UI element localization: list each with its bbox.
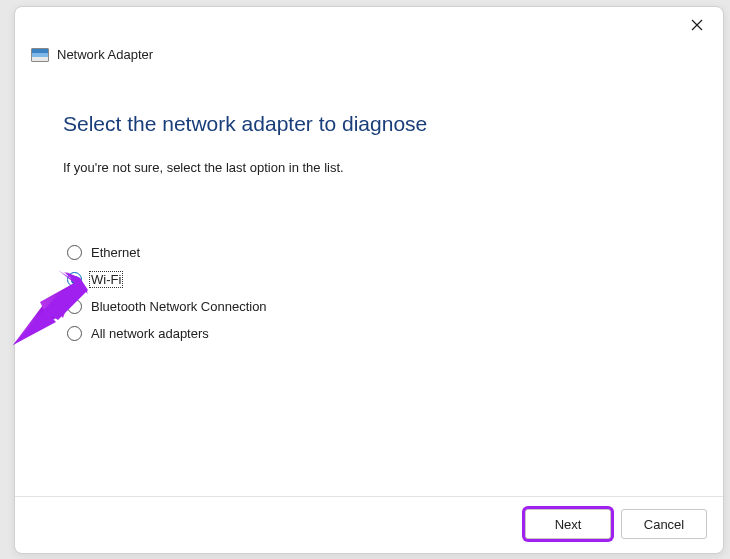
radio-ethernet[interactable]: Ethernet [67,245,675,260]
radio-all-adapters[interactable]: All network adapters [67,326,675,341]
main-heading: Select the network adapter to diagnose [63,112,675,136]
radio-label: Ethernet [90,245,141,260]
content-area: Select the network adapter to diagnose I… [15,70,723,496]
network-adapter-icon [31,48,49,62]
radio-icon [67,326,82,341]
close-icon [691,19,703,31]
footer: Next Cancel [15,496,723,553]
radio-icon [67,299,82,314]
next-label: Next [555,517,582,532]
subtitle: If you're not sure, select the last opti… [63,160,675,175]
cancel-button[interactable]: Cancel [621,509,707,539]
radio-label: All network adapters [90,326,210,341]
window-title: Network Adapter [57,47,153,62]
close-button[interactable] [677,11,717,39]
radio-bluetooth[interactable]: Bluetooth Network Connection [67,299,675,314]
titlebar [15,7,723,43]
radio-label: Bluetooth Network Connection [90,299,268,314]
next-button[interactable]: Next [525,509,611,539]
radio-icon [67,245,82,260]
radio-wifi[interactable]: Wi-Fi [67,272,675,287]
adapter-radio-list: Ethernet Wi-Fi Bluetooth Network Connect… [67,245,675,341]
troubleshooter-dialog: Network Adapter Select the network adapt… [14,6,724,554]
header-row: Network Adapter [15,43,723,70]
radio-label: Wi-Fi [90,272,122,287]
cancel-label: Cancel [644,517,684,532]
radio-icon [67,272,82,287]
